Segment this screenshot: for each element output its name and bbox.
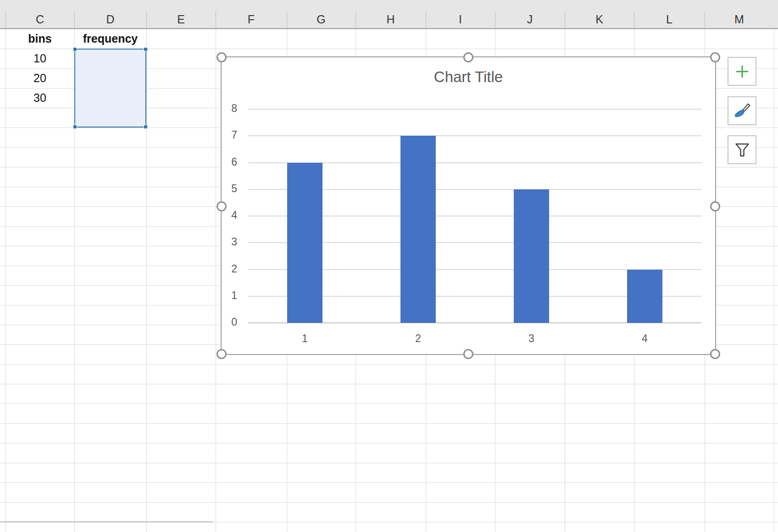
column-header-band: CDEFGHIJKLM bbox=[0, 11, 778, 29]
cell[interactable]: bins bbox=[6, 29, 74, 49]
page-break-line bbox=[0, 521, 213, 522]
y-tick-label: 5 bbox=[214, 183, 237, 195]
column-header-K[interactable]: K bbox=[565, 11, 634, 28]
cell[interactable]: frequency bbox=[74, 29, 146, 49]
chart-title[interactable]: Chart Title bbox=[222, 68, 715, 86]
chart-resize-handle[interactable] bbox=[217, 201, 227, 211]
header-separator bbox=[634, 11, 634, 28]
header-top-strip bbox=[0, 0, 778, 11]
bar[interactable] bbox=[400, 136, 436, 323]
range-handle[interactable] bbox=[144, 47, 148, 51]
cell[interactable]: 30 bbox=[6, 88, 74, 108]
column-header-L[interactable]: L bbox=[634, 11, 705, 28]
header-separator bbox=[216, 11, 216, 28]
bar[interactable] bbox=[514, 189, 549, 323]
chart-resize-handle[interactable] bbox=[710, 201, 720, 211]
column-header-F[interactable]: F bbox=[216, 11, 287, 28]
chart-resize-handle[interactable] bbox=[217, 52, 227, 62]
range-handle[interactable] bbox=[73, 125, 77, 129]
y-tick-label: 3 bbox=[214, 236, 237, 248]
grid-line bbox=[0, 463, 778, 463]
grid-line bbox=[0, 423, 778, 424]
grid-line bbox=[0, 384, 778, 384]
funnel-icon bbox=[733, 141, 751, 159]
plus-icon bbox=[733, 62, 751, 81]
header-separator bbox=[6, 11, 6, 28]
y-tick-label: 6 bbox=[214, 156, 237, 168]
header-separator bbox=[356, 11, 356, 28]
y-tick-label: 4 bbox=[214, 209, 237, 222]
x-tick-label: 2 bbox=[391, 332, 446, 345]
cell[interactable]: 20 bbox=[6, 68, 74, 88]
column-header-H[interactable]: H bbox=[356, 11, 426, 28]
column-header-C[interactable]: C bbox=[6, 11, 74, 28]
range-handle[interactable] bbox=[144, 125, 148, 129]
bar[interactable] bbox=[627, 270, 662, 323]
y-tick-label: 2 bbox=[214, 263, 237, 275]
y-tick-label: 8 bbox=[214, 102, 237, 115]
header-separator bbox=[74, 11, 75, 28]
excel-window: CDEFGHIJKLM binsfrequency1062073052 Char… bbox=[0, 0, 778, 532]
grid-line bbox=[146, 29, 147, 532]
chart-resize-handle[interactable] bbox=[463, 52, 473, 62]
header-separator bbox=[146, 11, 147, 28]
column-header-D[interactable]: D bbox=[74, 11, 146, 28]
grid-line bbox=[0, 482, 778, 483]
y-tick-label: 0 bbox=[214, 316, 237, 328]
grid-line bbox=[774, 29, 774, 532]
chart-gridline bbox=[248, 109, 701, 110]
header-separator bbox=[565, 11, 565, 28]
column-header-E[interactable]: E bbox=[146, 11, 216, 28]
x-tick-label: 1 bbox=[278, 332, 333, 345]
chart-elements-button[interactable] bbox=[728, 57, 756, 86]
chart-gridline bbox=[248, 135, 701, 136]
column-header-J[interactable]: J bbox=[495, 11, 565, 28]
header-separator bbox=[426, 11, 426, 28]
header-separator bbox=[705, 11, 705, 28]
grid-line bbox=[0, 502, 778, 503]
y-tick-label: 7 bbox=[214, 129, 237, 141]
bar[interactable] bbox=[287, 163, 322, 323]
grid-line bbox=[0, 404, 778, 404]
x-tick-label: 3 bbox=[504, 332, 559, 345]
chart-filters-button[interactable] bbox=[728, 135, 756, 164]
grid-line bbox=[0, 443, 778, 443]
range-handle[interactable] bbox=[73, 47, 77, 51]
column-header-G[interactable]: G bbox=[287, 11, 356, 28]
header-separator bbox=[287, 11, 287, 28]
chart-resize-handle[interactable] bbox=[463, 349, 473, 359]
selected-range-highlight bbox=[74, 49, 146, 127]
column-header-M[interactable]: M bbox=[705, 11, 774, 28]
chart[interactable]: Chart Title 012345678 1234 bbox=[221, 56, 716, 355]
chart-styles-button[interactable] bbox=[728, 96, 756, 125]
chart-resize-handle[interactable] bbox=[710, 52, 720, 62]
chart-resize-handle[interactable] bbox=[217, 349, 227, 359]
cell[interactable]: 10 bbox=[6, 49, 74, 68]
paintbrush-icon bbox=[733, 102, 751, 120]
x-tick-label: 4 bbox=[617, 332, 672, 345]
y-tick-label: 1 bbox=[214, 289, 237, 302]
chart-resize-handle[interactable] bbox=[710, 349, 720, 359]
grid-line bbox=[0, 364, 778, 365]
column-header-I[interactable]: I bbox=[426, 11, 495, 28]
header-separator bbox=[495, 11, 495, 28]
